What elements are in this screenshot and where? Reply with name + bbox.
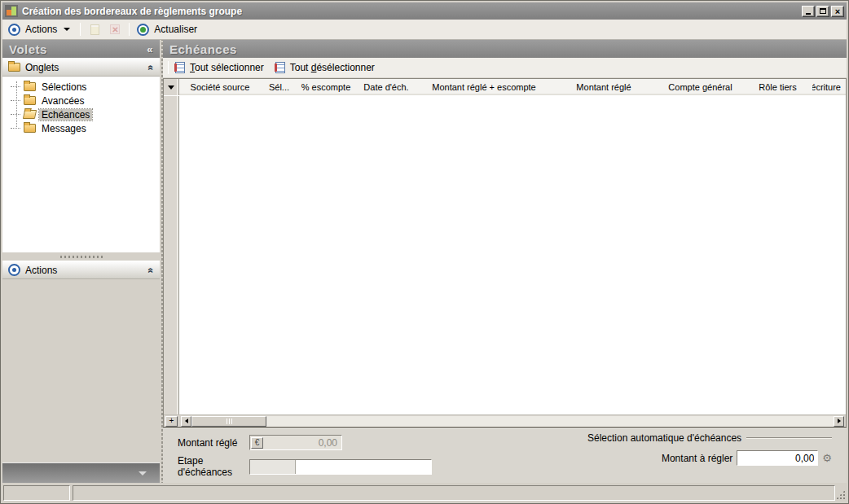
tree-connector bbox=[11, 114, 20, 115]
montant-a-regler-input[interactable] bbox=[737, 450, 818, 466]
statusbar bbox=[2, 484, 847, 502]
auto-selection-group: Sélection automatique d'échéances Montan… bbox=[587, 432, 832, 466]
montant-regle-value: 0,00 bbox=[263, 437, 341, 449]
grid-toolbar: Tout sélectionner Tout désélectionner bbox=[163, 58, 847, 78]
sidebar-title-bar: Volets « bbox=[2, 40, 160, 58]
select-list-icon bbox=[175, 62, 185, 73]
scrollbar-thumb[interactable] bbox=[191, 416, 266, 427]
actions-bullseye-icon bbox=[8, 264, 20, 276]
add-row-button[interactable]: + bbox=[165, 416, 178, 427]
column-header-sel[interactable]: Sél... bbox=[261, 79, 297, 95]
status-cell-left bbox=[3, 485, 70, 501]
refresh-icon bbox=[137, 24, 149, 36]
echeances-grid: Société source Sél... % escompte Date d'… bbox=[163, 78, 847, 427]
folder-icon bbox=[24, 82, 36, 91]
actions-menu-button[interactable]: Actions bbox=[6, 22, 75, 37]
column-header-societe-source[interactable]: Société source bbox=[179, 79, 261, 95]
arrow-right-icon bbox=[838, 419, 841, 423]
montant-regle-label: Montant réglé bbox=[178, 437, 249, 449]
tree-item-echeances[interactable]: Echéances bbox=[11, 107, 160, 121]
toolbar-separator bbox=[168, 61, 169, 74]
onglets-section-label: Onglets bbox=[25, 62, 59, 73]
folder-icon bbox=[24, 96, 36, 105]
deselect-list-icon bbox=[275, 62, 285, 73]
euro-currency-button[interactable]: € bbox=[251, 437, 263, 449]
grid-hscroll-row: + bbox=[164, 414, 846, 427]
etape-code-segment[interactable] bbox=[250, 460, 296, 474]
etape-echeances-label: Etape d'échéances bbox=[178, 455, 249, 478]
scroll-right-button[interactable] bbox=[834, 416, 844, 427]
montant-regle-field: € 0,00 bbox=[249, 435, 342, 450]
tree-item-label: Avancées bbox=[39, 95, 86, 107]
close-icon: × bbox=[835, 7, 840, 15]
tree-item-avancees[interactable]: Avancées bbox=[11, 94, 160, 107]
minimize-button[interactable] bbox=[802, 6, 815, 17]
scrollbar-track[interactable] bbox=[266, 416, 834, 427]
row-selector-icon bbox=[168, 85, 174, 90]
grid-header-row: Société source Sél... % escompte Date d'… bbox=[164, 79, 846, 96]
montant-a-regler-label: Montant à régler bbox=[662, 453, 732, 464]
column-header-montant-regle-escompte[interactable]: Montant réglé + escompte bbox=[418, 79, 550, 95]
overflow-caret-icon bbox=[139, 471, 147, 476]
auto-select-gear-button[interactable]: ⚙ bbox=[822, 453, 832, 463]
folder-icon bbox=[24, 124, 36, 133]
grid-rows-empty[interactable] bbox=[179, 96, 846, 414]
column-header-escompte-pct[interactable]: % escompte bbox=[297, 79, 354, 95]
actions-section-label: Actions bbox=[25, 265, 57, 276]
tree-item-selections[interactable]: Sélections bbox=[11, 80, 160, 94]
tree-connector bbox=[11, 128, 20, 129]
select-all-button[interactable]: Tout sélectionner bbox=[174, 60, 271, 75]
app-body: Volets « Onglets « Sélections bbox=[2, 40, 847, 483]
grid-body bbox=[164, 96, 846, 414]
column-header-role-tiers[interactable]: Rôle tiers bbox=[743, 79, 812, 95]
deselect-all-button[interactable]: Tout désélectionner bbox=[274, 60, 381, 75]
auto-selection-group-label: Sélection automatique d'échéances bbox=[587, 432, 741, 444]
tree-connector bbox=[11, 86, 20, 87]
tree-item-label: Messages bbox=[39, 123, 89, 134]
main-toolbar: Actions ✕ Actualiser bbox=[2, 20, 847, 40]
etape-echeances-field[interactable] bbox=[249, 459, 432, 475]
main-title-bar: Echéances bbox=[163, 40, 847, 58]
resize-grip[interactable] bbox=[835, 489, 846, 500]
dropdown-caret-icon bbox=[64, 28, 70, 31]
maximize-button[interactable] bbox=[816, 6, 829, 17]
column-header-compte-general[interactable]: Compte général bbox=[658, 79, 743, 95]
select-all-label: Tout sélectionner bbox=[190, 62, 264, 73]
window-title: Création des bordereaux de règlements gr… bbox=[22, 6, 798, 17]
column-header-libelle-ecriture[interactable]: Libellé écriture bbox=[812, 79, 846, 95]
sidebar-title: Volets bbox=[9, 42, 47, 56]
onglets-tree: Sélections Avancées Echéances Messages bbox=[2, 77, 160, 252]
open-folder-icon bbox=[23, 110, 37, 119]
horizontal-scrollbar[interactable] bbox=[181, 416, 844, 427]
deselect-all-label: Tout désélectionner bbox=[290, 62, 375, 73]
maximize-icon bbox=[820, 8, 826, 14]
onglets-collapse-button[interactable]: « bbox=[146, 64, 157, 70]
toolbar-separator bbox=[129, 23, 130, 36]
actions-bullseye-icon bbox=[8, 24, 20, 36]
tree-item-messages[interactable]: Messages bbox=[11, 121, 160, 135]
tree-connector bbox=[11, 100, 20, 101]
column-header-date-ech[interactable]: Date d'éch. bbox=[354, 79, 418, 95]
refresh-button[interactable]: Actualiser bbox=[134, 22, 202, 37]
close-button[interactable]: × bbox=[831, 6, 844, 17]
onglets-section-header[interactable]: Onglets « bbox=[2, 58, 160, 77]
column-header-montant-regle[interactable]: Montant réglé bbox=[550, 79, 658, 95]
scroll-left-button[interactable] bbox=[181, 416, 191, 427]
row-selector-header[interactable] bbox=[164, 79, 179, 95]
folder-icon bbox=[8, 63, 20, 72]
sidebar-horizontal-splitter[interactable] bbox=[2, 252, 160, 261]
new-document-button-disabled[interactable] bbox=[86, 21, 103, 37]
delete-button-disabled[interactable]: ✕ bbox=[106, 21, 124, 37]
footer-panel: Montant réglé € 0,00 Etape d'échéances bbox=[163, 427, 847, 483]
sidebar-overflow-bar[interactable] bbox=[2, 462, 160, 483]
main-panel-title: Echéances bbox=[169, 42, 237, 56]
actions-section-header[interactable]: Actions « bbox=[2, 261, 160, 279]
actions-menu-label: Actions bbox=[25, 24, 57, 35]
document-icon bbox=[90, 24, 99, 35]
app-icon bbox=[5, 5, 18, 17]
app-window: Création des bordereaux de règlements gr… bbox=[0, 0, 849, 504]
actions-collapse-button[interactable]: « bbox=[146, 267, 157, 273]
sidebar-collapse-button[interactable]: « bbox=[147, 43, 153, 55]
etape-description-segment[interactable] bbox=[296, 460, 431, 474]
splitter-grip-icon bbox=[60, 256, 103, 258]
